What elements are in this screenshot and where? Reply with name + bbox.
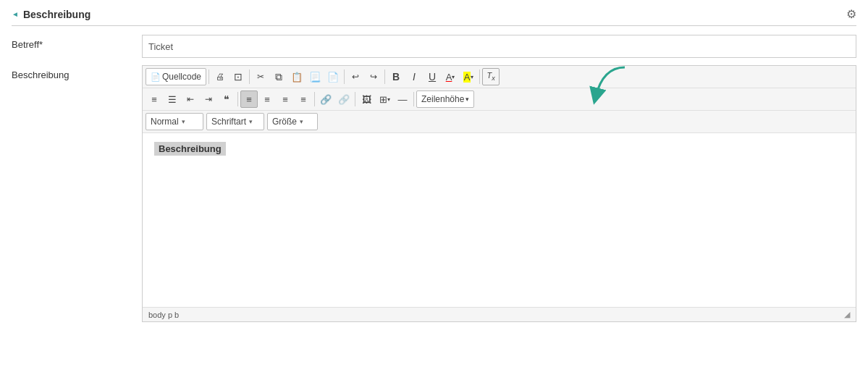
statusbar-path: body p b <box>148 311 179 319</box>
format-value: Normal <box>151 117 179 127</box>
image-icon: 🖼 <box>362 94 371 105</box>
editor-content: Beschreibung <box>154 142 226 156</box>
subject-label: Betreff* <box>12 35 142 50</box>
font-select[interactable]: Schriftart ▾ <box>206 113 264 130</box>
table-icon: ⊞ <box>379 94 387 105</box>
blockquote-icon: ❝ <box>224 93 229 105</box>
align-right-icon: ≡ <box>282 94 288 105</box>
subject-row: Betreff* <box>12 35 856 58</box>
unordered-list-icon: ☰ <box>168 94 177 105</box>
print-button[interactable]: 🖨 <box>211 68 229 85</box>
indent-button[interactable]: ⇥ <box>200 90 217 108</box>
clear-format-icon: Tx <box>486 71 494 82</box>
redo-icon: ↪ <box>370 72 377 82</box>
align-center-button[interactable]: ≡ <box>258 90 276 108</box>
toolbar-row-1: 📄 Quellcode 🖨 ⊡ ✂ ⧉ <box>143 66 856 88</box>
hr-icon: — <box>398 94 408 105</box>
table-button[interactable]: ⊞ ▾ <box>376 90 393 108</box>
outdent-button[interactable]: ⇤ <box>182 90 199 108</box>
unlink-button[interactable]: 🔗 <box>335 90 353 108</box>
gear-icon[interactable]: ⚙ <box>846 7 856 21</box>
ordered-list-button[interactable]: ≡ <box>146 90 163 108</box>
bold-icon: B <box>392 71 400 83</box>
paste-word-button[interactable]: 📄 <box>324 68 342 85</box>
size-value: Größe <box>272 117 297 127</box>
undo-icon: ↩ <box>352 72 359 82</box>
bg-color-button[interactable]: A ▾ <box>460 68 477 85</box>
ordered-list-icon: ≡ <box>151 94 157 105</box>
align-justify-icon: ≡ <box>300 94 306 105</box>
cut-button[interactable]: ✂ <box>252 68 269 85</box>
toolbar-row-2: ≡ ☰ ⇤ ⇥ ❝ ≡ <box>143 88 856 111</box>
section-header: ◄ Beschreibung ⚙ <box>12 7 856 26</box>
page-container: ◄ Beschreibung ⚙ Betreff* Beschreibung <box>0 0 868 388</box>
underline-button[interactable]: U <box>424 68 441 85</box>
sep-9 <box>413 92 414 106</box>
align-justify-button[interactable]: ≡ <box>295 90 312 108</box>
editor-body[interactable]: Beschreibung <box>143 133 856 307</box>
italic-button[interactable]: I <box>405 68 423 85</box>
subject-field <box>142 35 856 58</box>
cut-icon: ✂ <box>257 72 264 82</box>
bg-color-dropdown: ▾ <box>471 74 473 80</box>
font-value: Schriftart <box>211 117 246 127</box>
format-select[interactable]: Normal ▾ <box>146 113 203 130</box>
toolbar-row-3: Normal ▾ Schriftart ▾ Größe ▾ <box>143 111 856 133</box>
font-dropdown-arrow: ▾ <box>249 118 253 125</box>
section-title: ◄ Beschreibung <box>12 9 90 20</box>
paste-word-icon: 📄 <box>327 72 339 83</box>
paste-text-button[interactable]: 📃 <box>306 68 324 85</box>
sep-6 <box>237 92 238 106</box>
description-label: Beschreibung <box>12 65 142 80</box>
line-height-button[interactable]: Zeilenhöhe ▾ <box>416 90 474 108</box>
unordered-list-button[interactable]: ☰ <box>164 90 181 108</box>
font-color-button[interactable]: A ▾ <box>442 68 459 85</box>
editor-statusbar: body p b ◢ <box>143 307 856 321</box>
indent-icon: ⇥ <box>205 94 212 104</box>
clear-format-button[interactable]: Tx <box>482 68 500 85</box>
align-right-button[interactable]: ≡ <box>277 90 294 108</box>
size-select[interactable]: Größe ▾ <box>267 113 318 130</box>
underline-icon: U <box>429 71 436 83</box>
section-collapse-arrow[interactable]: ◄ <box>12 10 19 18</box>
unlink-icon: 🔗 <box>338 94 350 105</box>
blockquote-button[interactable]: ❝ <box>218 90 235 108</box>
bold-button[interactable]: B <box>387 68 405 85</box>
align-left-button[interactable]: ≡ <box>240 90 258 108</box>
font-color-dropdown: ▾ <box>452 74 455 80</box>
sep-4 <box>384 69 385 84</box>
sep-8 <box>355 92 355 106</box>
paste-button[interactable]: 📋 <box>288 68 306 85</box>
subject-input[interactable] <box>142 35 856 58</box>
line-height-label: Zeilenhöhe <box>421 94 464 104</box>
sep-7 <box>314 92 315 106</box>
link-icon: 🔗 <box>320 94 332 105</box>
editor-wrapper: 📄 Quellcode 🖨 ⊡ ✂ ⧉ <box>142 65 856 322</box>
undo-button[interactable]: ↩ <box>347 68 364 85</box>
paste-icon: 📋 <box>291 72 303 83</box>
editor-container: 📄 Quellcode 🖨 ⊡ ✂ ⧉ <box>142 65 856 322</box>
link-button[interactable]: 🔗 <box>317 90 334 108</box>
paste-text-icon: 📃 <box>309 72 321 83</box>
redo-button[interactable]: ↪ <box>365 68 382 85</box>
table-dropdown-arrow: ▾ <box>387 96 390 103</box>
templates-button[interactable]: ⊡ <box>229 68 247 85</box>
image-button[interactable]: 🖼 <box>358 90 375 108</box>
source-button[interactable]: 📄 Quellcode <box>146 68 206 85</box>
sep-3 <box>344 69 345 84</box>
source-label: Quellcode <box>162 72 201 82</box>
copy-button[interactable]: ⧉ <box>270 68 287 85</box>
outdent-icon: ⇤ <box>187 94 194 104</box>
resize-handle-icon[interactable]: ◢ <box>844 310 850 319</box>
font-color-icon: A <box>446 72 452 83</box>
print-icon: 🖨 <box>216 72 224 82</box>
templates-icon: ⊡ <box>234 71 243 83</box>
hr-button[interactable]: — <box>394 90 411 108</box>
section-title-text: Beschreibung <box>23 9 90 20</box>
sep-1 <box>208 69 209 84</box>
sep-5 <box>479 69 480 84</box>
align-left-icon: ≡ <box>246 94 252 105</box>
line-height-arrow: ▾ <box>465 96 469 103</box>
sep-2 <box>249 69 250 84</box>
source-icon: 📄 <box>151 72 161 82</box>
